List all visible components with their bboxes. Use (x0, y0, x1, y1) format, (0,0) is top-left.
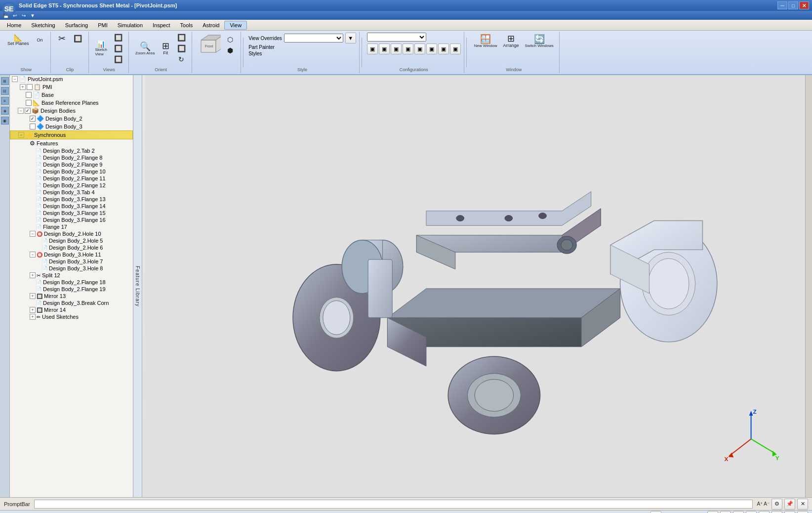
status-close-btn[interactable]: ✕ (797, 511, 808, 513)
tree-db3-flange13[interactable]: 📄 Design Body_3.Flange 13 (10, 196, 133, 203)
prompt-input[interactable] (34, 500, 753, 509)
tree-expand-root[interactable]: − (12, 76, 18, 82)
config-btn-7[interactable]: ▣ (438, 43, 449, 54)
tree-expand-mirror14[interactable]: + (30, 307, 36, 313)
status-icon-2[interactable]: ⊞ (720, 511, 731, 513)
tree-expand-split12[interactable]: + (30, 272, 36, 278)
qa-redo-button[interactable]: ↪ (20, 11, 28, 19)
prompt-close-btn[interactable]: ✕ (797, 499, 808, 510)
tree-expand-design-bodies[interactable]: − (18, 108, 24, 114)
minimize-button[interactable]: ─ (777, 1, 787, 9)
status-minimize-btn[interactable]: ─ (784, 511, 795, 513)
tree-split12[interactable]: + ✂ Split 12 (10, 272, 133, 279)
left-icon-5[interactable]: ◉ (1, 117, 9, 125)
tree-expand-db3-hole11[interactable]: − (30, 252, 36, 257)
menu-inspect[interactable]: Inspect (148, 21, 175, 29)
tree-expand-db2-hole10[interactable]: − (30, 231, 36, 237)
close-button[interactable]: ✕ (799, 1, 809, 9)
tree-db2-flange19[interactable]: 📄 Design Body_2.Flange 19 (10, 286, 133, 293)
status-icon-3[interactable]: 🔍 (733, 511, 744, 513)
view-overrides-dropdown[interactable] (284, 34, 343, 43)
config-btn-2[interactable]: ▣ (379, 43, 390, 54)
tree-db3-tab4[interactable]: 📄 Design Body_3.Tab 4 (10, 189, 133, 196)
tree-db2-hole5[interactable]: 📄 Design Body_2.Hole 5 (10, 237, 133, 244)
status-icon-1[interactable]: 🔲 (707, 511, 718, 513)
maximize-button[interactable]: □ (788, 1, 798, 9)
set-planes-button[interactable]: 📐 Set Planes (5, 33, 32, 47)
app-logo[interactable]: SE (2, 2, 16, 16)
configurations-dropdown[interactable] (367, 33, 426, 42)
status-check-btn[interactable]: ✓ (650, 511, 661, 513)
tree-design-bodies[interactable]: − 📦 Design Bodies (10, 107, 133, 115)
config-btn-3[interactable]: ▣ (391, 43, 402, 54)
menu-surfacing[interactable]: Surfacing (60, 21, 93, 29)
config-btn-1[interactable]: ▣ (367, 43, 378, 54)
tree-expand-synchronous[interactable]: − (18, 132, 24, 138)
viewport[interactable]: Z X Y (142, 75, 812, 497)
db2-checkbox[interactable] (30, 116, 36, 122)
tree-db3-flange14[interactable]: 📄 Design Body_3.Flange 14 (10, 203, 133, 210)
clip-btn-2[interactable]: 🔲 (71, 34, 85, 43)
tree-synchronous[interactable]: − ⚡ Synchronous (10, 130, 133, 139)
prompt-pin-btn[interactable]: 📌 (784, 499, 795, 510)
sketch-view-button[interactable]: 📊 SketchView (93, 39, 110, 58)
tree-db3-hole7[interactable]: 📄 Design Body_3.Hole 7 (10, 258, 133, 265)
tree-db2-flange9[interactable]: 📄 Design Body_2.Flange 9 (10, 161, 133, 168)
menu-home[interactable]: Home (2, 21, 26, 29)
config-btn-6[interactable]: ▣ (426, 43, 437, 54)
tree-db2-hole6[interactable]: 📄 Design Body_2.Hole 6 (10, 244, 133, 251)
db3-checkbox[interactable] (30, 124, 36, 129)
menu-tools[interactable]: Tools (175, 21, 198, 29)
menu-view[interactable]: View (224, 21, 247, 30)
tree-expand-used-sketches[interactable]: + (30, 314, 36, 320)
tree-db2-flange10[interactable]: 📄 Design Body_2.Flange 10 (10, 168, 133, 175)
base-checkbox[interactable] (26, 92, 32, 98)
tree-db2-flange18[interactable]: 📄 Design Body_2.Flange 18 (10, 279, 133, 286)
tree-mirror13[interactable]: + 🔲 Mirror 13 (10, 293, 133, 299)
tree-db3-flange16[interactable]: 📄 Design Body_3.Flange 16 (10, 216, 133, 223)
tree-used-sketches[interactable]: + ✏ Used Sketches (10, 313, 133, 320)
zoom-area-button[interactable]: 🔍 Zoom Area (133, 41, 157, 57)
on-button[interactable]: On (33, 36, 47, 44)
left-icon-4[interactable]: ◈ (1, 107, 9, 115)
left-icon-2[interactable]: ⊟ (1, 87, 9, 95)
pmi-checkbox[interactable] (27, 84, 33, 90)
tree-pmi[interactable]: + 📋 PMI (10, 83, 133, 91)
orient-btn-1[interactable]: 🔲 (174, 33, 189, 43)
tree-db2-flange12[interactable]: 📄 Design Body_2.Flange 12 (10, 182, 133, 189)
tree-features[interactable]: ⚙ Features (10, 139, 133, 147)
view-cube-ribbon[interactable]: Front (196, 33, 221, 57)
tree-db3-flange15[interactable]: 📄 Design Body_3.Flange 15 (10, 210, 133, 216)
tree-expand-pmi[interactable]: + (20, 84, 26, 90)
design-bodies-checkbox[interactable] (25, 108, 31, 114)
config-btn-8[interactable]: ▣ (450, 43, 461, 54)
fit-button[interactable]: ⊞ Fit (158, 40, 173, 57)
tree-db3-break-corn[interactable]: 📄 Design Body_3.Break Corn (10, 299, 133, 306)
tree-db2-flange8[interactable]: 📄 Design Body_2.Flange 8 (10, 154, 133, 161)
orient-cube-btn-2[interactable]: ⬢ (223, 45, 238, 55)
tree-base-ref-planes[interactable]: 📐 Base Reference Planes (10, 99, 133, 107)
tree-db2-flange11[interactable]: 📄 Design Body_2.Flange 11 (10, 175, 133, 182)
menu-pmi[interactable]: PMI (93, 21, 113, 29)
tree-design-body-3[interactable]: 🔷 Design Body_3 (10, 123, 133, 130)
tree-mirror14[interactable]: + 🔲 Mirror 14 (10, 306, 133, 313)
views-btn-2[interactable]: 🔲 (111, 43, 125, 53)
orient-cube-btn-1[interactable]: ⬡ (223, 35, 238, 44)
tree-design-body-2[interactable]: 🔷 Design Body_2 (10, 115, 133, 123)
vertical-scrollbar[interactable] (805, 75, 812, 497)
new-window-button[interactable]: 🪟 New Window (472, 33, 500, 49)
config-btn-4[interactable]: ▣ (403, 43, 413, 54)
feature-library-tab[interactable]: Feature Library (133, 75, 142, 497)
switch-windows-button[interactable]: 🔄 Switch Windows (522, 33, 556, 49)
views-btn-3[interactable]: 🔲 (111, 54, 125, 64)
left-icon-1[interactable]: ⊞ (1, 77, 9, 85)
view-overrides-extra-btn[interactable]: ▼ (345, 33, 356, 43)
qa-more-button[interactable]: ▼ (29, 11, 37, 19)
menu-astroid[interactable]: Astroid (198, 21, 224, 29)
arrange-button[interactable]: ⊞ Arrange (500, 33, 521, 49)
status-icon-5[interactable]: ▶ (759, 511, 770, 513)
status-icon-6[interactable]: ◼ (771, 511, 782, 513)
tree-db2-hole10[interactable]: − ⭕ Design Body_2.Hole 10 (10, 230, 133, 237)
tree-db2-tab2[interactable]: 📄 Design Body_2.Tab 2 (10, 147, 133, 154)
orient-btn-2[interactable]: 🔲 (174, 43, 189, 53)
